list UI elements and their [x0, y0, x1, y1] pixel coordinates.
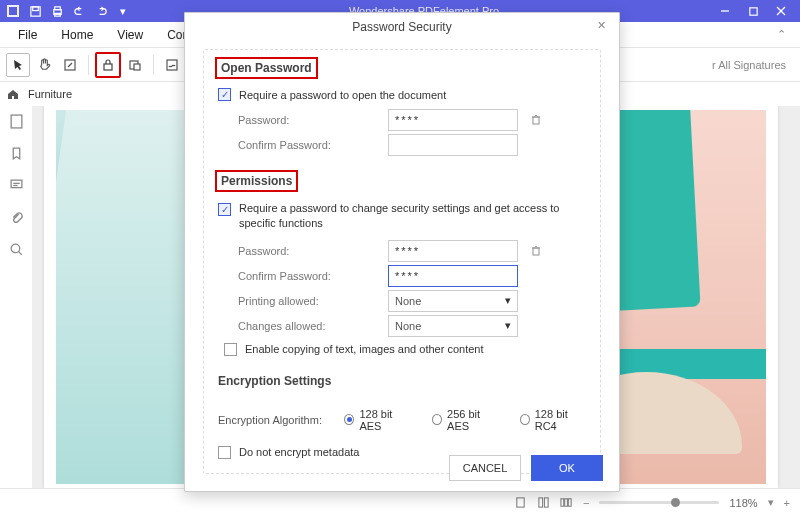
- redo-icon[interactable]: [94, 4, 108, 18]
- open-confirm-label: Confirm Password:: [238, 139, 388, 151]
- home-icon[interactable]: [6, 87, 20, 101]
- svg-rect-4: [54, 6, 60, 9]
- changes-select[interactable]: None▾: [388, 315, 518, 337]
- perm-require-checkbox[interactable]: ✓: [218, 203, 231, 216]
- svg-rect-27: [533, 117, 539, 124]
- meta-label: Do not encrypt metadata: [239, 446, 359, 458]
- perm-require-label: Require a password to change security se…: [239, 201, 569, 232]
- svg-line-20: [18, 251, 21, 254]
- perm-confirm-label: Confirm Password:: [238, 270, 388, 282]
- zoom-out-icon[interactable]: −: [583, 497, 589, 509]
- svg-rect-25: [565, 499, 568, 506]
- printing-label: Printing allowed:: [238, 295, 388, 307]
- toolbar-divider: [153, 55, 154, 75]
- open-password-label: Password:: [238, 114, 388, 126]
- enable-copy-label: Enable copying of text, images and other…: [245, 343, 484, 355]
- svg-rect-7: [749, 7, 756, 14]
- svg-rect-26: [568, 499, 571, 506]
- view-mode-3-icon[interactable]: [560, 496, 573, 509]
- changes-label: Changes allowed:: [238, 320, 388, 332]
- edit-tool-icon[interactable]: [58, 53, 82, 77]
- redact-tool-icon[interactable]: [123, 53, 147, 77]
- collapse-ribbon-icon[interactable]: ⌃: [777, 28, 794, 41]
- algo-128aes-radio[interactable]: 128 bit AES: [344, 408, 410, 432]
- password-tool-icon[interactable]: [95, 52, 121, 78]
- delete-icon[interactable]: [528, 243, 544, 259]
- open-require-checkbox[interactable]: ✓: [218, 88, 231, 101]
- select-tool-icon[interactable]: [6, 53, 30, 77]
- open-require-label: Require a password to open the document: [239, 89, 446, 101]
- window-buttons: [718, 4, 794, 18]
- breadcrumb-doc[interactable]: Furniture: [28, 88, 72, 100]
- maximize-icon[interactable]: [746, 4, 760, 18]
- meta-checkbox[interactable]: [218, 446, 231, 459]
- open-password-heading: Open Password: [218, 60, 315, 76]
- svg-rect-14: [167, 60, 177, 70]
- quick-icons: ▾: [6, 4, 130, 18]
- algo-256aes-radio[interactable]: 256 bit AES: [432, 408, 498, 432]
- save-icon[interactable]: [28, 4, 42, 18]
- close-icon[interactable]: [774, 4, 788, 18]
- changes-value: None: [395, 320, 421, 332]
- menu-file[interactable]: File: [6, 28, 49, 42]
- sign-tool-icon[interactable]: [160, 53, 184, 77]
- delete-icon[interactable]: [528, 112, 544, 128]
- radio-icon: [432, 414, 442, 425]
- perm-confirm-input[interactable]: ****: [388, 265, 518, 287]
- printing-select[interactable]: None▾: [388, 290, 518, 312]
- open-confirm-input[interactable]: [388, 134, 518, 156]
- svg-rect-30: [533, 248, 539, 255]
- algo-radio-group: 128 bit AES 256 bit AES 128 bit RC4: [344, 408, 586, 432]
- perm-password-label: Password:: [238, 245, 388, 257]
- dialog-title: Password Security: [185, 13, 619, 41]
- signatures-label[interactable]: r All Signatures: [712, 59, 794, 71]
- view-mode-icon[interactable]: [514, 496, 527, 509]
- hand-tool-icon[interactable]: [32, 53, 56, 77]
- printing-value: None: [395, 295, 421, 307]
- thumbnails-icon[interactable]: [7, 112, 25, 130]
- encryption-heading: Encryption Settings: [218, 374, 331, 388]
- svg-rect-21: [517, 498, 524, 507]
- dropdown-icon[interactable]: ▾: [116, 4, 130, 18]
- svg-rect-23: [544, 498, 548, 507]
- search-panel-icon[interactable]: [7, 240, 25, 258]
- app-logo-icon: [6, 4, 20, 18]
- print-icon[interactable]: [50, 4, 64, 18]
- attachment-icon[interactable]: [7, 208, 25, 226]
- statusbar: − 118% ▾ +: [0, 488, 800, 516]
- enable-copy-checkbox[interactable]: [224, 343, 237, 356]
- algo-label: Encryption Algorithm:: [218, 414, 336, 426]
- open-password-input[interactable]: ****: [388, 109, 518, 131]
- svg-rect-24: [561, 499, 564, 506]
- chevron-down-icon: ▾: [505, 294, 511, 307]
- menu-view[interactable]: View: [105, 28, 155, 42]
- dialog-close-icon[interactable]: ✕: [597, 19, 611, 33]
- ok-button[interactable]: OK: [531, 455, 603, 481]
- zoom-slider[interactable]: [599, 501, 719, 504]
- algo-128rc4-radio[interactable]: 128 bit RC4: [520, 408, 586, 432]
- dialog-body: Open Password ✓ Require a password to op…: [185, 41, 619, 474]
- svg-rect-22: [539, 498, 543, 507]
- perm-password-input[interactable]: ****: [388, 240, 518, 262]
- zoom-in-icon[interactable]: +: [784, 497, 790, 509]
- view-mode-2-icon[interactable]: [537, 496, 550, 509]
- comment-icon[interactable]: [7, 176, 25, 194]
- undo-icon[interactable]: [72, 4, 86, 18]
- radio-icon: [520, 414, 530, 425]
- bookmark-icon[interactable]: [7, 144, 25, 162]
- radio-icon: [344, 414, 354, 425]
- menu-home[interactable]: Home: [49, 28, 105, 42]
- zoom-value: 118%: [729, 497, 757, 509]
- zoom-caret-icon[interactable]: ▾: [768, 496, 774, 509]
- dialog-footer: CANCEL OK: [449, 455, 603, 481]
- chevron-down-icon: ▾: [505, 319, 511, 332]
- minimize-icon[interactable]: [718, 4, 732, 18]
- password-security-dialog: Password Security ✕ Open Password ✓ Requ…: [184, 12, 620, 492]
- svg-rect-15: [11, 115, 22, 128]
- dialog-section-wrap: Open Password ✓ Require a password to op…: [203, 49, 601, 474]
- side-toolbar: [0, 106, 32, 488]
- cancel-button[interactable]: CANCEL: [449, 455, 521, 481]
- svg-point-19: [11, 244, 20, 253]
- svg-rect-2: [32, 6, 38, 10]
- svg-rect-11: [104, 64, 112, 70]
